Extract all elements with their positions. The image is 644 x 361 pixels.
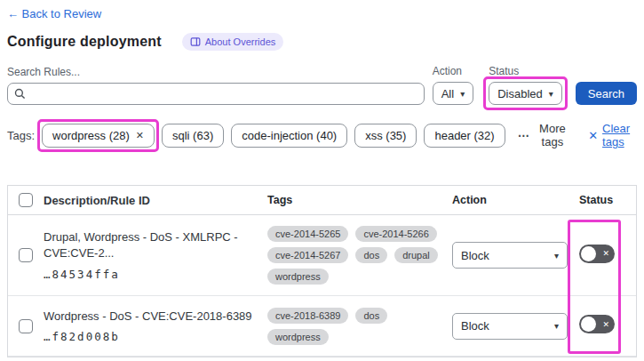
header-description: Description/Rule ID	[44, 194, 267, 207]
tag-pill-xss[interactable]: xss (35)	[354, 124, 417, 148]
rule-id: …f82d008b	[44, 330, 255, 343]
action-dropdown[interactable]: Block ▾	[452, 242, 568, 269]
search-box	[7, 83, 425, 105]
clear-tags-label: Clear tags	[602, 122, 637, 148]
tag-pill-label: sqli (63)	[172, 129, 213, 142]
search-icon	[14, 88, 26, 100]
rules-table: Description/Rule ID Tags Action Status D…	[7, 185, 637, 357]
tag-pill-header[interactable]: header (32)	[424, 124, 505, 148]
tag-pill-label: header (32)	[434, 129, 494, 142]
rule-tag: cve-2018-6389	[267, 308, 348, 324]
row-checkbox[interactable]	[19, 248, 33, 262]
row-checkbox[interactable]	[19, 319, 33, 333]
rule-tag: dos	[355, 247, 387, 263]
configure-deployment-page: ← Back to Review Configure deployment Ab…	[0, 0, 644, 361]
rule-tags: cve-2014-5265 cve-2014-5266 cve-2014-526…	[267, 226, 445, 285]
tag-pill-label: wordpress (28)	[52, 129, 130, 142]
tag-pill-wordpress[interactable]: wordpress (28) ✕	[42, 124, 155, 148]
selected-tag-highlight: wordpress (28) ✕	[37, 119, 159, 152]
action-label: Action	[433, 65, 473, 77]
chevron-down-icon: ▾	[554, 321, 559, 331]
tag-pill-label: xss (35)	[365, 129, 406, 142]
toggle-x-icon: ✕	[602, 249, 609, 258]
rule-tag: wordpress	[267, 269, 329, 285]
clear-tags-link[interactable]: ✕ Clear tags	[588, 122, 637, 148]
page-title: Configure deployment	[7, 34, 162, 50]
action-select[interactable]: All ▾	[433, 82, 473, 105]
rule-id: …84534ffa	[44, 268, 255, 281]
rule-tag: cve-2014-5267	[267, 247, 348, 263]
status-select-value: Disabled	[497, 87, 543, 100]
filter-row: Search Rules... Action All ▾ Status Disa…	[7, 65, 637, 105]
clear-icon: ✕	[588, 129, 598, 142]
status-label: Status	[489, 65, 562, 77]
toggle-x-icon: ✕	[602, 320, 609, 329]
about-overrides-badge[interactable]: About Overrides	[182, 33, 283, 51]
rule-description: Wordpress - DoS - CVE:CVE-2018-6389	[44, 309, 255, 325]
table-header-row: Description/Rule ID Tags Action Status	[8, 186, 636, 215]
status-select-highlight: Disabled ▾	[483, 76, 568, 110]
status-select[interactable]: Disabled ▾	[489, 82, 562, 105]
table-row: Wordpress - DoS - CVE:CVE-2018-6389 …f82…	[8, 296, 636, 357]
status-toggle-off[interactable]: ✕	[579, 245, 615, 263]
book-icon	[190, 36, 201, 47]
search-button[interactable]: Search	[576, 82, 637, 105]
chevron-down-icon: ▾	[549, 89, 553, 99]
remove-tag-icon[interactable]: ✕	[136, 130, 144, 141]
rule-tag: cve-2014-5266	[355, 226, 436, 242]
search-rules-input[interactable]	[31, 87, 417, 100]
rule-tags: cve-2018-6389 dos wordpress	[267, 308, 445, 345]
rule-tag: drupal	[394, 247, 438, 263]
action-dropdown[interactable]: Block ▾	[452, 313, 568, 340]
header-action: Action	[445, 194, 574, 206]
chevron-down-icon: ▾	[460, 89, 465, 99]
header-tags: Tags	[267, 194, 445, 206]
select-all-checkbox[interactable]	[19, 193, 33, 207]
about-overrides-label: About Overrides	[205, 36, 275, 47]
tag-pill-sqli[interactable]: sqli (63)	[162, 124, 224, 148]
search-rules-label: Search Rules...	[7, 66, 425, 78]
rule-description: Drupal, Wordpress - DoS - XMLRPC - CVE:C…	[44, 229, 255, 261]
header-status: Status	[574, 194, 636, 206]
ellipsis-icon: ⋯	[518, 129, 530, 142]
tags-label: Tags:	[7, 129, 35, 142]
table-row: Drupal, Wordpress - DoS - XMLRPC - CVE:C…	[8, 215, 636, 296]
rule-tag: cve-2014-5265	[267, 226, 348, 242]
tag-pill-label: code-injection (40)	[242, 129, 337, 142]
back-to-review-link[interactable]: ← Back to Review	[7, 7, 101, 20]
title-row: Configure deployment About Overrides	[7, 33, 637, 51]
rule-tag: dos	[355, 308, 387, 324]
chevron-down-icon: ▾	[554, 251, 559, 261]
tag-pill-code-injection[interactable]: code-injection (40)	[231, 124, 347, 148]
more-tags-label: More tags	[537, 122, 569, 148]
toggle-knob	[581, 246, 596, 261]
action-dropdown-value: Block	[461, 249, 489, 262]
action-select-value: All	[441, 87, 454, 100]
tags-bar: Tags: wordpress (28) ✕ sqli (63) code-in…	[7, 122, 637, 148]
toggle-knob	[581, 317, 596, 332]
status-toggle-off[interactable]: ✕	[579, 315, 615, 333]
more-tags-button[interactable]: ⋯ More tags	[518, 122, 569, 148]
action-dropdown-value: Block	[461, 319, 489, 333]
rule-tag: wordpress	[267, 329, 329, 345]
